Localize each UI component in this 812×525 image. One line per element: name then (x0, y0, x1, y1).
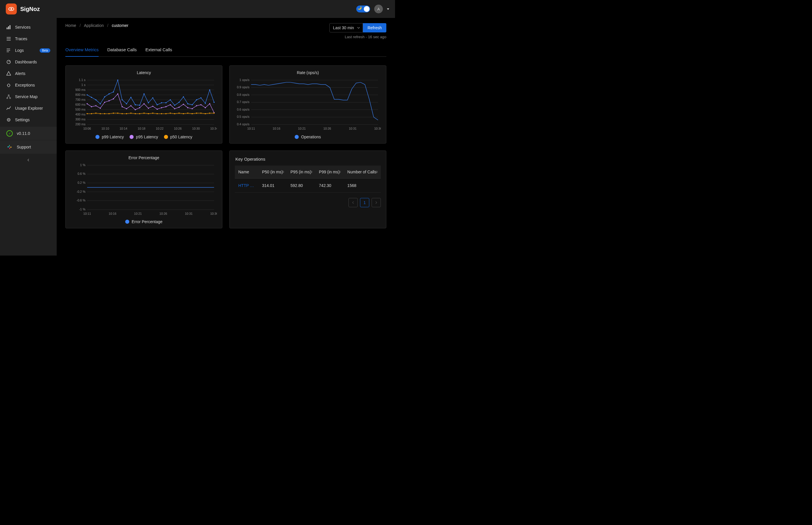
theme-toggle[interactable] (356, 5, 370, 13)
page-number-button[interactable]: 1 (360, 198, 369, 207)
svg-point-104 (174, 108, 175, 109)
svg-text:10:06: 10:06 (83, 127, 91, 130)
latency-chart: 1.1 s1 s900 ms800 ms700 ms600 ms500 ms40… (71, 77, 217, 131)
svg-point-71 (161, 102, 162, 103)
svg-rect-22 (7, 147, 9, 147)
bar-chart-icon (6, 25, 11, 30)
latency-card: Latency 1.1 s1 s900 ms800 ms700 ms600 ms… (65, 65, 222, 144)
page-next-button[interactable] (372, 198, 381, 207)
svg-point-62 (122, 99, 123, 101)
svg-text:1 ops/s: 1 ops/s (239, 78, 249, 81)
svg-text:-1 %: -1 % (79, 208, 85, 211)
svg-point-141 (205, 113, 206, 114)
sort-icon (376, 170, 378, 173)
svg-text:10:36: 10:36 (374, 127, 381, 130)
svg-point-66 (139, 105, 140, 106)
version-item[interactable]: ✓ v0.11.0 (0, 127, 57, 140)
tab-external-calls[interactable]: External Calls (145, 47, 172, 57)
sidebar-item-label: Exceptions (15, 83, 35, 87)
sort-icon (282, 170, 284, 173)
svg-point-79 (196, 99, 197, 101)
svg-point-73 (170, 99, 171, 101)
svg-point-85 (91, 106, 92, 107)
sidebar-item-logs[interactable]: Logs Beta (0, 45, 57, 56)
chevron-right-icon (375, 201, 377, 204)
time-range-select[interactable]: Last 30 min (329, 23, 363, 32)
graph-icon (6, 94, 11, 99)
tab-database-calls[interactable]: Database Calls (107, 47, 137, 57)
avatar[interactable]: A (374, 5, 383, 13)
svg-text:0.2 %: 0.2 % (78, 181, 85, 184)
svg-point-56 (95, 99, 97, 101)
svg-point-1 (11, 8, 12, 10)
legend-operations[interactable]: Operations (295, 135, 321, 139)
topbar-right: A (356, 5, 389, 13)
sidebar-item-usage-explorer[interactable]: Usage Explorer (0, 103, 57, 114)
sidebar-item-alerts[interactable]: Alerts (0, 68, 57, 79)
breadcrumb-app[interactable]: Application (84, 23, 104, 28)
col-p50[interactable]: P50 (in ms) (259, 166, 287, 179)
svg-point-55 (91, 97, 92, 98)
sidebar-collapse-button[interactable] (0, 154, 57, 166)
sidebar-item-services[interactable]: Services (0, 21, 57, 33)
svg-point-110 (200, 104, 202, 105)
svg-text:10:16: 10:16 (273, 127, 281, 130)
line-chart-icon (6, 106, 11, 110)
legend-p99[interactable]: p99 Latency (95, 135, 124, 139)
svg-point-101 (161, 107, 162, 108)
chevron-left-icon (352, 201, 354, 204)
svg-point-93 (126, 108, 127, 109)
sidebar-item-service-map[interactable]: Service Map (0, 91, 57, 103)
svg-text:900 ms: 900 ms (76, 88, 85, 91)
svg-point-115 (91, 113, 92, 114)
latency-title: Latency (71, 70, 217, 75)
sort-icon (339, 170, 341, 173)
legend-p50[interactable]: p50 Latency (164, 135, 192, 139)
svg-point-87 (100, 108, 101, 109)
col-p95[interactable]: P95 (in ms) (287, 166, 315, 179)
svg-point-12 (7, 84, 10, 87)
support-item[interactable]: Support (0, 140, 57, 154)
page-prev-button[interactable] (348, 198, 358, 207)
svg-point-91 (117, 93, 118, 95)
beta-badge: Beta (40, 48, 50, 53)
svg-point-90 (113, 99, 114, 100)
svg-text:10:26: 10:26 (159, 212, 167, 215)
error-chart: 1 %0.6 %0.2 %-0.2 %-0.6 %-1 %10:1110:161… (71, 162, 217, 216)
tab-overview-metrics[interactable]: Overview Metrics (65, 47, 99, 57)
svg-point-108 (192, 108, 193, 109)
sidebar-item-dashboards[interactable]: Dashboards (0, 56, 57, 68)
table-row[interactable]: HTTP GE... 314.01 592.80 742.30 1568 (235, 178, 381, 193)
svg-point-103 (170, 104, 171, 105)
col-p99[interactable]: P99 (in ms) (315, 166, 344, 179)
svg-point-119 (108, 113, 110, 114)
col-name[interactable]: Name (235, 166, 259, 179)
version-label: v0.11.0 (17, 131, 30, 136)
svg-point-140 (200, 112, 202, 114)
svg-point-112 (209, 103, 210, 104)
refresh-button[interactable]: Refresh (363, 23, 386, 32)
svg-point-78 (192, 104, 193, 105)
breadcrumb-home[interactable]: Home (65, 23, 76, 28)
svg-point-77 (187, 103, 189, 104)
svg-point-121 (117, 112, 118, 114)
legend-p95[interactable]: p95 Latency (129, 135, 158, 139)
svg-text:0.6 ops/s: 0.6 ops/s (237, 108, 249, 111)
op-p95: 592.80 (287, 178, 315, 193)
bug-icon (6, 83, 11, 87)
svg-text:500 ms: 500 ms (76, 108, 85, 111)
sidebar-item-settings[interactable]: Settings (0, 114, 57, 125)
svg-point-139 (196, 112, 197, 114)
sidebar-item-exceptions[interactable]: Exceptions (0, 79, 57, 91)
col-calls[interactable]: Number of Calls (344, 166, 381, 179)
sidebar-item-label: Alerts (15, 71, 26, 76)
sidebar-item-label: Dashboards (15, 60, 37, 64)
op-name[interactable]: HTTP GE... (235, 178, 259, 193)
sidebar-item-traces[interactable]: Traces (0, 33, 57, 45)
svg-text:10:31: 10:31 (349, 127, 357, 130)
svg-text:10:21: 10:21 (134, 212, 142, 215)
svg-point-131 (161, 113, 162, 114)
legend-error[interactable]: Error Percentage (125, 220, 162, 224)
svg-point-99 (152, 106, 153, 107)
user-menu-caret-icon[interactable] (387, 9, 389, 10)
